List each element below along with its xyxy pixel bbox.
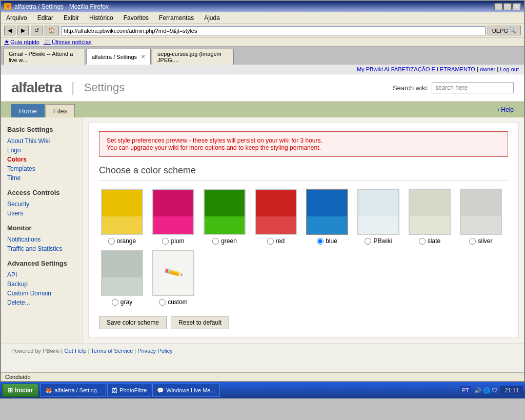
back-button[interactable]: ◀: [4, 26, 15, 35]
taskbar-item-windowslive[interactable]: 💬 Windows Live Me...: [152, 384, 219, 397]
swatch-gray[interactable]: [101, 250, 143, 296]
sidebar-section-monitor: Monitor: [7, 224, 76, 232]
swatch-gray-bottom: [102, 277, 142, 295]
owner-link[interactable]: owner: [480, 66, 495, 72]
reset-to-default-button[interactable]: Reset to default: [171, 316, 229, 329]
swatch-orange[interactable]: [101, 189, 143, 235]
swatch-custom[interactable]: ✏️: [152, 250, 194, 296]
sidebar-item-users[interactable]: Users: [7, 209, 76, 218]
swatch-silver[interactable]: [460, 189, 502, 235]
menu-ferramentas[interactable]: Ferramentas: [157, 13, 196, 23]
tab-settings[interactable]: alfaletra / Settings ✕: [86, 49, 151, 65]
color-item-blue: blue: [304, 189, 350, 245]
sidebar-item-custom-domain[interactable]: Custom Domain: [7, 289, 76, 298]
logout-link[interactable]: Log out: [500, 66, 519, 72]
home-button[interactable]: 🏠: [45, 26, 59, 35]
notice-line2: You can upgrade your wiki for more optio…: [107, 144, 500, 151]
footer-get-help[interactable]: Get Help: [64, 348, 86, 354]
sidebar-item-delete[interactable]: Delete...: [7, 298, 76, 307]
color-radio-blue-row: blue: [317, 237, 337, 245]
sidebar-item-traffic[interactable]: Traffic and Statistics: [7, 244, 76, 253]
radio-red[interactable]: [267, 238, 274, 245]
sidebar-item-api[interactable]: API: [7, 270, 76, 279]
color-item-slate: slate: [407, 189, 453, 245]
sidebar-item-about[interactable]: About This Wiki: [7, 136, 76, 146]
color-item-custom: ✏️ custom: [150, 250, 196, 306]
swatch-plum[interactable]: [152, 189, 194, 235]
radio-plum[interactable]: [162, 238, 169, 245]
fav-item-1[interactable]: ★ Guia rápido: [4, 38, 39, 45]
window-controls[interactable]: _ □ ✕: [494, 3, 521, 10]
menu-exibir[interactable]: Exibir: [62, 13, 81, 23]
sidebar-item-security[interactable]: Security: [7, 199, 76, 209]
color-item-orange: orange: [99, 189, 145, 245]
menu-arquivo[interactable]: Arquivo: [4, 13, 29, 23]
sidebar-item-notifications[interactable]: Notifications: [7, 235, 76, 244]
radio-pbwiki[interactable]: [365, 238, 371, 245]
nav-tab-home[interactable]: Home: [11, 104, 45, 117]
search-addon[interactable]: UEPG 🔍: [488, 26, 521, 35]
radio-blue[interactable]: [317, 238, 324, 245]
swatch-pbwiki[interactable]: [357, 189, 399, 235]
fav-item-2[interactable]: 📰 Últimas notícias: [44, 38, 92, 45]
radio-silver[interactable]: [469, 238, 476, 245]
tab-gmail[interactable]: Gmail - PBwiki -- Attend a live w...: [3, 49, 85, 65]
powered-by: Powered by PBwiki: [11, 348, 59, 354]
radio-gray[interactable]: [112, 299, 118, 306]
sidebar-item-templates[interactable]: Templates: [7, 164, 76, 173]
header-branding: alfaletra | Settings: [11, 79, 125, 96]
save-color-scheme-button[interactable]: Save color scheme: [99, 316, 167, 329]
my-pbwiki-link[interactable]: My PBwiki: [357, 66, 383, 72]
footer-privacy[interactable]: Privacy Policy: [137, 348, 172, 354]
sidebar-item-backup[interactable]: Backup: [7, 279, 76, 289]
swatch-blue[interactable]: [306, 189, 348, 235]
maximize-button[interactable]: □: [503, 3, 512, 10]
tab-settings-label: alfaletra / Settings: [92, 54, 137, 60]
forward-button[interactable]: ▶: [17, 26, 29, 35]
tab-gmail-label: Gmail - PBwiki -- Attend a live w...: [9, 51, 79, 63]
notice-line1: Set style preferences preview - these st…: [107, 137, 500, 144]
address-input[interactable]: [61, 26, 486, 35]
pencil-icon: ✏️: [163, 263, 184, 283]
menu-historico[interactable]: Histórico: [87, 13, 115, 23]
tab-image[interactable]: uepg-cursos.jpg (Imagem JPEG,...: [152, 49, 234, 65]
reload-button[interactable]: ↺: [31, 26, 43, 35]
radio-slate[interactable]: [419, 238, 426, 245]
minimize-button[interactable]: _: [494, 3, 502, 10]
tab-close-settings[interactable]: ✕: [141, 54, 145, 59]
close-button[interactable]: ✕: [513, 3, 521, 10]
nav-tab-files[interactable]: Files: [46, 104, 75, 117]
swatch-green[interactable]: [204, 189, 246, 235]
taskbar-item-settings[interactable]: 🦊 alfaletra / Setting...: [41, 384, 106, 397]
search-area: Search wiki:: [393, 82, 514, 93]
wiki-name-link[interactable]: ALFABETIZAÇÃO E LETRAMENTO: [384, 66, 475, 72]
taskbar-right: PT 🔊 🌐 🛡 21:11: [460, 386, 523, 394]
menu-favoritos[interactable]: Favoritos: [122, 13, 151, 23]
search-input[interactable]: [432, 82, 514, 93]
sidebar-item-time[interactable]: Time: [7, 173, 76, 183]
footer-terms[interactable]: Terms of Service: [91, 348, 133, 354]
sidebar-item-logo[interactable]: Logo: [7, 146, 76, 155]
tab-image-label: uepg-cursos.jpg (Imagem JPEG,...: [157, 51, 228, 63]
star-icon: ★: [4, 38, 9, 45]
menu-ajuda[interactable]: Ajuda: [202, 13, 222, 23]
nav-tabs-left: Home Files: [11, 104, 75, 117]
menu-editar[interactable]: Editar: [35, 13, 55, 23]
swatch-blue-bottom: [307, 216, 347, 234]
browser-window: 🦊 alfaletra / Settings - Mozilla Firefox…: [0, 0, 525, 382]
taskbar-item-photofiltre[interactable]: 🖼 PhotoFiltre: [107, 384, 151, 397]
color-scheme-title: Choose a color scheme: [99, 165, 508, 181]
start-button[interactable]: ⊞ Iniciar: [2, 384, 38, 397]
help-link[interactable]: Help: [501, 106, 514, 113]
notice-box: Set style preferences preview - these st…: [99, 131, 508, 157]
sidebar-item-colors[interactable]: Colors: [7, 155, 76, 164]
radio-green[interactable]: [212, 238, 219, 245]
radio-custom[interactable]: [159, 299, 166, 306]
radio-orange[interactable]: [108, 238, 115, 245]
clock: 21:11: [500, 386, 523, 394]
swatch-slate[interactable]: [409, 189, 451, 235]
swatch-red[interactable]: [255, 189, 297, 235]
swatch-orange-top: [102, 190, 142, 216]
language-indicator: PT: [460, 386, 471, 394]
color-grid: orange plum: [99, 189, 508, 306]
